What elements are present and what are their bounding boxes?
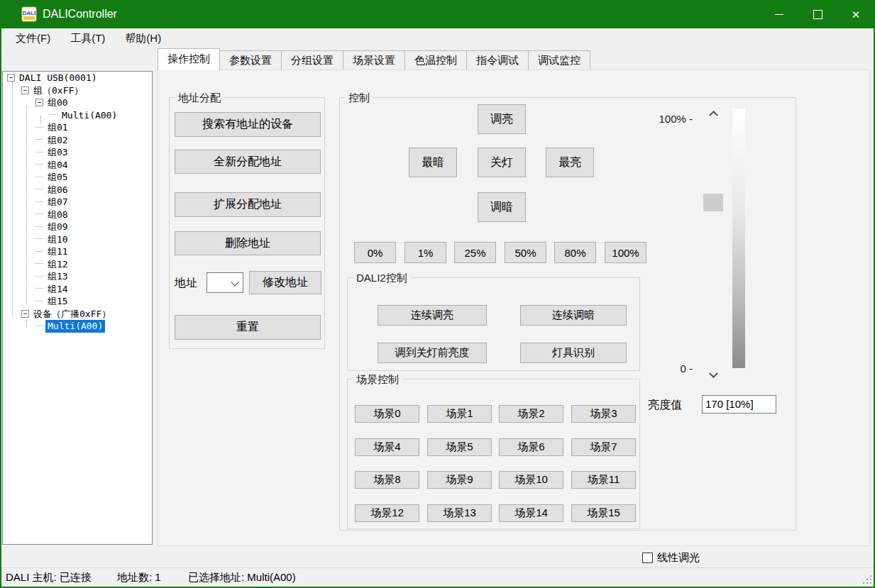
dali2-button-2[interactable]: 调到关灯前亮度 — [378, 343, 487, 363]
scene-button-14[interactable]: 场景14 — [499, 504, 563, 522]
minimize-button[interactable] — [760, 0, 798, 28]
tree-slot — [35, 99, 45, 106]
scene-button-6[interactable]: 场景6 — [499, 438, 563, 456]
tree-expand-toggle[interactable] — [35, 99, 43, 106]
tree-row[interactable]: 组03 — [3, 146, 152, 159]
scene-button-2[interactable]: 场景2 — [499, 405, 563, 423]
dali2-button-0[interactable]: 连续调亮 — [378, 305, 487, 326]
dali2-button-3[interactable]: 灯具识别 — [520, 343, 627, 363]
slider-top-label: 100% - — [645, 113, 693, 125]
scene-button-0[interactable]: 场景0 — [355, 405, 419, 423]
scene-button-10[interactable]: 场景10 — [499, 471, 563, 489]
lamp-off-button[interactable]: 关灯 — [478, 148, 526, 177]
percent-button-1[interactable]: 1% — [405, 242, 446, 263]
scene-button-12[interactable]: 场景12 — [355, 504, 419, 522]
tree-connector-line — [35, 127, 43, 128]
tree-row[interactable]: Multi(A00) — [3, 320, 152, 333]
close-button[interactable]: ✕ — [837, 0, 875, 28]
tree-row[interactable]: 组00 — [3, 96, 152, 109]
brightness-value-field[interactable]: 170 [10%] — [702, 395, 776, 414]
tree-row[interactable]: 组04 — [3, 159, 152, 172]
percent-button-100[interactable]: 100% — [605, 242, 646, 263]
tree-row[interactable]: 组08 — [3, 209, 152, 221]
tree-row[interactable]: 组13 — [3, 270, 152, 283]
dim-up-button[interactable]: 调亮 — [478, 104, 526, 134]
percent-button-25[interactable]: 25% — [454, 242, 496, 263]
tree-expand-toggle[interactable] — [21, 310, 29, 318]
tree-row[interactable]: 组07 — [3, 196, 152, 209]
menu-item-0[interactable]: 文件(F) — [6, 29, 60, 48]
address-button-3[interactable]: 删除地址 — [175, 231, 321, 255]
menu-item-1[interactable]: 工具(T) — [60, 29, 115, 48]
address-button-0[interactable]: 搜索有地址的设备 — [175, 112, 321, 137]
percent-button-0[interactable]: 0% — [354, 242, 396, 263]
tab-4[interactable]: 色温控制 — [405, 50, 467, 70]
tab-6[interactable]: 调试监控 — [528, 50, 590, 70]
scene-button-5[interactable]: 场景5 — [427, 438, 492, 456]
scrollbar-thumb[interactable] — [703, 194, 723, 211]
chevron-up-icon — [709, 110, 718, 119]
tree-item-label: 组08 — [45, 209, 70, 221]
tree-row[interactable]: 组14 — [3, 283, 152, 296]
tree-row[interactable]: 组10 — [3, 233, 152, 246]
tree-item-label: 组10 — [45, 233, 70, 246]
tab-2[interactable]: 分组设置 — [281, 50, 343, 70]
tree-row[interactable]: DALI USB(0001) — [3, 72, 152, 84]
tree-row[interactable]: 组12 — [3, 258, 152, 271]
resize-grip-icon[interactable] — [863, 575, 871, 584]
status-item-0: DALI 主机: 已连接 — [6, 568, 92, 587]
tab-1[interactable]: 参数设置 — [219, 50, 282, 70]
scene-button-11[interactable]: 场景11 — [571, 471, 636, 489]
maximize-button[interactable] — [798, 0, 837, 28]
brightness-scrollbar[interactable] — [703, 104, 723, 384]
tree-row[interactable]: Multi(A00) — [3, 109, 152, 122]
tree-slot — [35, 152, 45, 153]
scene-button-15[interactable]: 场景15 — [571, 504, 636, 522]
linear-dimming-checkbox[interactable]: 线性调光 — [642, 551, 700, 565]
tree-row[interactable]: 组02 — [3, 134, 152, 147]
tab-0[interactable]: 操作控制 — [158, 48, 220, 70]
max-brightness-button[interactable]: 最亮 — [546, 148, 594, 177]
tab-3[interactable]: 场景设置 — [343, 50, 405, 70]
percent-button-80[interactable]: 80% — [554, 242, 596, 263]
scrollbar-down-arrow[interactable] — [703, 366, 723, 384]
modify-address-button[interactable]: 修改地址 — [249, 271, 321, 294]
scrollbar-up-arrow[interactable] — [703, 104, 723, 122]
brightness-gradient-bar — [732, 109, 745, 368]
percent-button-50[interactable]: 50% — [505, 242, 546, 263]
tree-row[interactable]: 设备（广播0xFF） — [3, 308, 152, 321]
tree-item-label: 组04 — [45, 159, 70, 172]
tree-row[interactable]: 组09 — [3, 221, 152, 233]
tree-row[interactable]: 组15 — [3, 295, 152, 308]
tree-expand-toggle[interactable] — [21, 87, 29, 94]
tree-row[interactable]: 组05 — [3, 171, 152, 184]
address-combobox[interactable] — [207, 272, 243, 293]
minimize-icon — [775, 14, 783, 15]
reset-button[interactable]: 重置 — [175, 315, 321, 340]
scene-button-8[interactable]: 场景8 — [355, 471, 419, 489]
tree-row[interactable]: 组06 — [3, 184, 152, 196]
tree-item-label: 组05 — [45, 171, 70, 184]
tree-row[interactable]: 组11 — [3, 245, 152, 258]
scene-button-3[interactable]: 场景3 — [571, 405, 636, 423]
checkbox-icon — [642, 553, 653, 563]
dali2-button-1[interactable]: 连续调暗 — [520, 305, 627, 326]
status-item-2: 已选择地址: Multi(A00) — [188, 568, 296, 587]
tab-5[interactable]: 指令调试 — [466, 50, 529, 70]
scene-button-4[interactable]: 场景4 — [355, 438, 419, 456]
tree-item-label: 组00 — [45, 96, 70, 109]
scene-button-9[interactable]: 场景9 — [427, 471, 492, 489]
group-title: 地址分配 — [175, 91, 224, 104]
menu-item-2[interactable]: 帮助(H) — [115, 29, 171, 48]
dim-down-button[interactable]: 调暗 — [478, 192, 526, 222]
min-brightness-button[interactable]: 最暗 — [409, 148, 457, 177]
scene-button-7[interactable]: 场景7 — [571, 438, 636, 456]
tree-expand-toggle[interactable] — [7, 74, 15, 82]
app-window: DALI DALIController ✕ 文件(F)工具(T)帮助(H) DA… — [0, 0, 875, 588]
tree-row[interactable]: 组（0xFF） — [3, 84, 152, 97]
address-button-1[interactable]: 全新分配地址 — [175, 150, 321, 174]
scene-button-13[interactable]: 场景13 — [427, 504, 492, 522]
tree-row[interactable]: 组01 — [3, 121, 152, 134]
address-button-2[interactable]: 扩展分配地址 — [175, 192, 321, 217]
scene-button-1[interactable]: 场景1 — [427, 405, 492, 423]
